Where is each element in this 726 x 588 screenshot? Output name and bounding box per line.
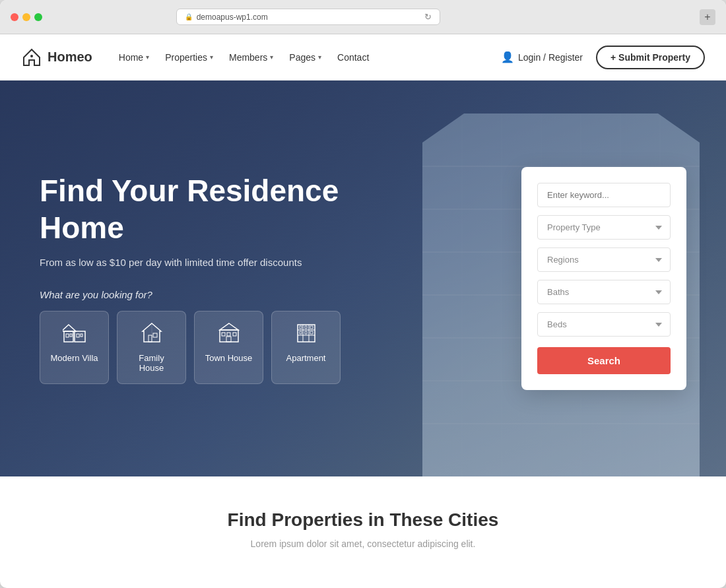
svg-marker-15 <box>63 325 76 331</box>
reload-icon[interactable]: ↻ <box>424 12 432 22</box>
svg-rect-28 <box>227 333 230 336</box>
search-panel: Property Type House Apartment Villa Town… <box>521 167 686 390</box>
svg-rect-30 <box>226 337 231 342</box>
chevron-down-icon: ▾ <box>270 53 273 61</box>
cities-section: Find Properties in These Cities Lorem ip… <box>0 476 726 575</box>
modern-villa-label: Modern Villa <box>50 353 98 363</box>
svg-rect-31 <box>298 325 315 342</box>
nav-item-members[interactable]: Members ▾ <box>229 52 273 63</box>
what-looking-label: What are you looking for? <box>40 289 356 300</box>
svg-rect-40 <box>305 331 307 334</box>
svg-rect-19 <box>77 334 79 337</box>
new-tab-button[interactable]: + <box>700 9 715 25</box>
nav-right: 👤 Login / Register + Submit Property <box>501 46 705 69</box>
browser-chrome: 🔒 demoapus-wp1.com ↻ + <box>0 0 726 34</box>
logo-link[interactable]: Homeo <box>21 47 92 68</box>
hero-content: Find Your Residence Home From as low as … <box>0 173 396 383</box>
property-types-grid: Modern Villa Family House <box>40 311 356 384</box>
chevron-down-icon: ▾ <box>210 53 213 61</box>
svg-rect-27 <box>222 333 225 336</box>
navbar: Homeo Home ▾ Properties ▾ Members ▾ <box>0 34 726 81</box>
nav-item-properties[interactable]: Properties ▾ <box>165 52 213 63</box>
apartment-label: Apartment <box>286 353 326 363</box>
property-type-town-house[interactable]: Town House <box>194 311 263 384</box>
cities-subtitle: Lorem ipsum dolor sit amet, consectetur … <box>21 539 705 549</box>
svg-rect-23 <box>153 333 157 337</box>
svg-rect-41 <box>310 331 313 334</box>
browser-window: 🔒 demoapus-wp1.com ↻ + Homeo Home ▾ P <box>0 0 726 588</box>
svg-rect-18 <box>75 331 85 342</box>
user-icon: 👤 <box>501 51 514 63</box>
logo-text: Homeo <box>48 49 92 65</box>
svg-rect-29 <box>233 333 236 336</box>
family-house-label: Family House <box>139 353 164 373</box>
nav-links: Home ▾ Properties ▾ Members ▾ Pages <box>119 52 369 63</box>
hero-subtitle: From as low as $10 per day with limited … <box>40 257 356 268</box>
hero-section: Find Your Residence Home From as low as … <box>0 81 726 476</box>
login-register-link[interactable]: 👤 Login / Register <box>501 51 583 63</box>
cities-title: Find Properties in These Cities <box>21 509 705 531</box>
svg-marker-26 <box>220 323 238 330</box>
close-button[interactable] <box>11 13 18 21</box>
nav-item-pages[interactable]: Pages ▾ <box>289 52 321 63</box>
regions-select[interactable]: Regions New York Los Angeles Chicago <box>537 247 671 272</box>
svg-rect-20 <box>81 334 82 337</box>
nav-item-contact[interactable]: Contact <box>337 52 369 63</box>
chevron-down-icon: ▾ <box>318 53 321 61</box>
beds-select[interactable]: Beds 1 2 3 4+ <box>537 312 671 337</box>
svg-rect-17 <box>70 334 72 337</box>
property-type-apartment[interactable]: Apartment <box>271 311 341 384</box>
hero-title: Find Your Residence Home <box>40 173 356 245</box>
keyword-input[interactable] <box>537 183 671 207</box>
town-house-label: Town House <box>205 353 253 363</box>
baths-select[interactable]: Baths 1 2 3 4+ <box>537 280 671 304</box>
url-text: demoapus-wp1.com <box>197 13 268 22</box>
svg-rect-37 <box>305 326 307 329</box>
minimize-button[interactable] <box>22 13 30 21</box>
property-type-family-house[interactable]: Family House <box>117 311 186 384</box>
chevron-down-icon: ▾ <box>146 53 149 61</box>
family-house-icon <box>125 322 178 348</box>
modern-villa-icon <box>48 322 100 348</box>
traffic-lights <box>11 13 42 21</box>
property-type-select[interactable]: Property Type House Apartment Villa Town… <box>537 215 671 240</box>
lock-icon: 🔒 <box>185 13 193 20</box>
svg-rect-39 <box>300 331 302 334</box>
address-bar[interactable]: 🔒 demoapus-wp1.com ↻ <box>176 9 440 25</box>
svg-rect-22 <box>148 335 152 342</box>
search-button[interactable]: Search <box>537 347 671 374</box>
svg-point-0 <box>30 55 33 57</box>
logo-icon <box>21 47 42 68</box>
apartment-icon <box>280 322 332 348</box>
nav-item-home[interactable]: Home ▾ <box>119 52 149 63</box>
maximize-button[interactable] <box>34 13 42 21</box>
property-type-modern-villa[interactable]: Modern Villa <box>40 311 109 384</box>
town-house-icon <box>203 322 255 348</box>
submit-property-button[interactable]: + Submit Property <box>596 46 705 69</box>
svg-rect-36 <box>300 326 302 329</box>
svg-rect-16 <box>66 334 69 337</box>
svg-rect-38 <box>310 326 313 329</box>
